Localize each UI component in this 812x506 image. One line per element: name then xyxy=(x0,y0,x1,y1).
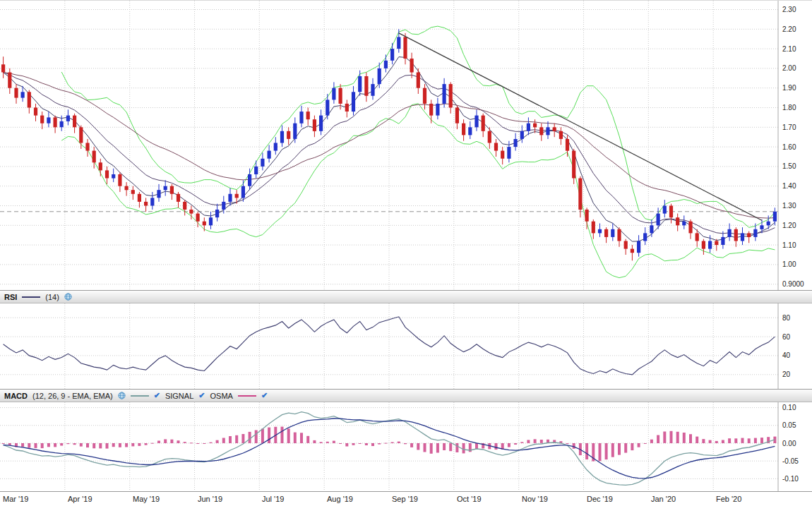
bollinger-upper-band xyxy=(61,26,775,227)
rsi-axis-tick: 20 xyxy=(782,371,791,378)
osma-label: OSMA xyxy=(210,392,233,400)
x-axis-label: Mar '19 xyxy=(3,495,28,503)
signal-visibility-check-icon[interactable]: ✔ xyxy=(198,392,205,399)
macd-axis-tick: 0.00 xyxy=(782,440,796,447)
macd-axis-tick: 0.10 xyxy=(782,404,796,411)
price-axis-tick: 1.20 xyxy=(782,222,796,229)
globe-icon[interactable] xyxy=(64,293,72,301)
rsi-line xyxy=(4,317,775,375)
macd-panel-header: MACD (12, 26, 9 - EMA, EMA) ✔ SIGNAL ✔ O… xyxy=(0,389,812,402)
price-axis-tick: 1.60 xyxy=(782,143,796,151)
rsi-panel-header: RSI (14) xyxy=(0,290,812,303)
globe-icon-graphic xyxy=(64,293,72,301)
rsi-axis-tick: 40 xyxy=(782,351,791,359)
bollinger-lower-band xyxy=(61,104,775,278)
price-axis-tick: 2.10 xyxy=(782,45,796,53)
price-axis-tick: 1.10 xyxy=(782,241,796,249)
rsi-axis-tick: 60 xyxy=(782,333,791,341)
price-axis-tick: 1.90 xyxy=(782,84,796,92)
price-chart-canvas[interactable]: 2.302.202.102.001.901.801.701.601.501.40… xyxy=(0,1,812,290)
price-axis-tick: 2.30 xyxy=(782,6,796,13)
price-axis-tick: 1.80 xyxy=(782,104,796,112)
x-axis-label: Jun '19 xyxy=(198,495,222,503)
signal-label: SIGNAL xyxy=(165,392,193,400)
macd-axis-tick: 0.05 xyxy=(782,421,796,429)
macd-chart-canvas[interactable]: 0.100.050.00-0.05-0.10 xyxy=(0,402,812,491)
x-axis-label: Jul '19 xyxy=(262,495,284,503)
globe-icon[interactable] xyxy=(118,392,126,399)
osma-visibility-check-icon[interactable]: ✔ xyxy=(261,392,268,399)
trading-chart-app: 2.302.202.102.001.901.801.701.601.501.40… xyxy=(0,0,812,506)
x-axis-label: Dec '19 xyxy=(587,495,613,503)
price-axis-tick: 2.20 xyxy=(782,25,796,33)
macd-axis-tick: -0.10 xyxy=(782,475,799,483)
signal-line xyxy=(4,418,775,478)
macd-title: MACD xyxy=(4,392,28,400)
price-axis-tick: 1.30 xyxy=(782,202,796,210)
globe-icon-graphic xyxy=(118,392,126,399)
x-axis-label: Feb '20 xyxy=(716,495,741,503)
rsi-chart-canvas[interactable]: 80604020 xyxy=(0,303,812,389)
x-axis-label: Oct '19 xyxy=(457,495,482,503)
macd-visibility-check-icon[interactable]: ✔ xyxy=(154,392,160,399)
price-axis-tick: 2.00 xyxy=(782,64,796,72)
price-axis-tick: 1.00 xyxy=(782,260,796,268)
macd-line xyxy=(4,412,775,486)
price-axis-tick: 1.40 xyxy=(782,182,796,190)
osma-line-sample xyxy=(238,395,256,397)
x-axis-label: Sep '19 xyxy=(392,495,418,503)
x-axis-label: Jan '20 xyxy=(651,495,676,503)
x-axis-label: Apr '19 xyxy=(68,495,92,503)
osma-histogram xyxy=(2,427,777,462)
price-axis-tick: 0.9000 xyxy=(782,280,804,288)
macd-axis-tick: -0.05 xyxy=(782,457,799,465)
rsi-params: (14) xyxy=(45,293,59,301)
macd-line-sample xyxy=(131,395,149,397)
rsi-axis-tick: 80 xyxy=(782,314,791,322)
x-axis-label: Aug '19 xyxy=(327,495,353,503)
x-axis-label: Nov '19 xyxy=(522,495,548,503)
price-axis-tick: 1.70 xyxy=(782,124,796,131)
x-axis: Mar '19Apr '19May '19Jun '19Jul '19Aug '… xyxy=(0,491,812,506)
rsi-line-sample xyxy=(22,296,40,298)
macd-params: (12, 26, 9 - EMA, EMA) xyxy=(32,392,113,400)
rsi-title: RSI xyxy=(4,293,17,301)
x-axis-label: May '19 xyxy=(133,495,160,503)
price-axis-tick: 1.50 xyxy=(782,162,796,170)
